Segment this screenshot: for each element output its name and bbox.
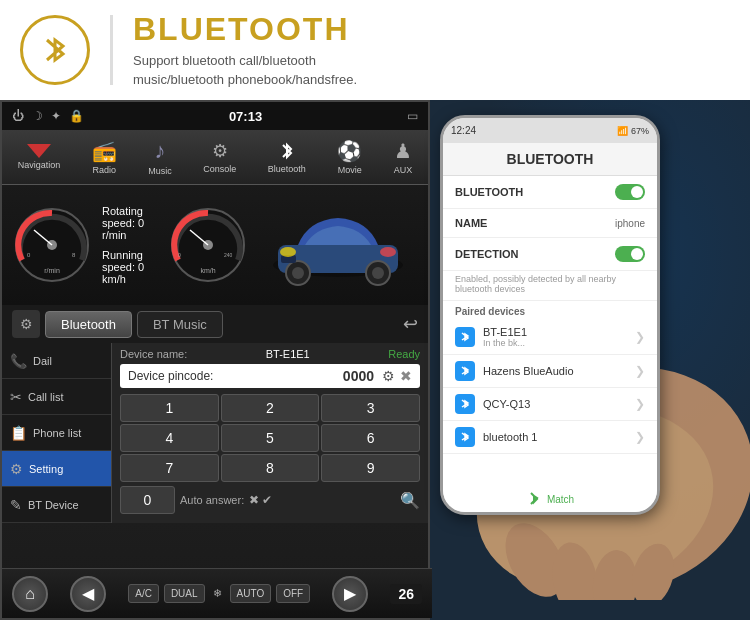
numpad-btn-5[interactable]: 5 [221, 424, 320, 452]
nav-item-console[interactable]: ⚙ Console [203, 140, 236, 174]
settings-icon-button[interactable]: ⚙ [12, 310, 40, 338]
device-arrow-hazens-icon: ❯ [635, 364, 645, 378]
car-svg [263, 200, 413, 290]
tab-back-button[interactable]: ↩ [403, 313, 418, 335]
phone-detection-row: DETECTION [443, 238, 657, 271]
phone-bottom-bar: Match [443, 491, 657, 507]
device-name-label: Device name: [120, 348, 187, 360]
nav-item-music[interactable]: ♪ Music [148, 138, 172, 176]
bt-panel: ⚙ Bluetooth BT Music ↩ 📞 Dail ✂ [2, 305, 428, 523]
bottom-bar: ⌂ ◀ A/C DUAL ❄ AUTO OFF ▶ 26 [2, 568, 432, 618]
power-icon: ⏻ [12, 109, 24, 123]
numpad-btn-0[interactable]: 0 [120, 486, 175, 514]
dual-button[interactable]: DUAL [164, 584, 205, 603]
numpad-btn-4[interactable]: 4 [120, 424, 219, 452]
numpad-btn-7[interactable]: 7 [120, 454, 219, 482]
tab-bluetooth[interactable]: Bluetooth [45, 311, 132, 338]
phone-mockup: 12:24 📶 67% BLUETOOTH BLUETOOTH NAME iph… [440, 115, 660, 515]
svg-text:240: 240 [224, 252, 233, 258]
pin-clear-icon[interactable]: ✖ [400, 368, 412, 384]
numpad-bottom-row: 0 Auto answer: ✖ ✔ 🔍 [120, 486, 420, 514]
auto-answer-toggle[interactable]: ✖ ✔ [249, 493, 272, 507]
svg-point-15 [292, 267, 304, 279]
device-icon-hazens [455, 361, 475, 381]
phone-device-bt1[interactable]: bluetooth 1 ❯ [443, 421, 657, 454]
nav-item-bluetooth[interactable]: Bluetooth [268, 140, 306, 174]
device-arrow-icon: ❯ [635, 330, 645, 344]
bluetooth-circle-icon [20, 15, 90, 85]
music-icon: ♪ [154, 138, 165, 164]
top-banner: BLUETOOTH Support bluetooth call/bluetoo… [0, 0, 750, 100]
svg-point-20 [380, 247, 396, 257]
nav-item-radio[interactable]: 📻 Radio [92, 139, 117, 175]
call-list-icon: ✂ [10, 389, 22, 405]
bluetooth-toggle[interactable] [615, 184, 645, 200]
bluetooth-nav-icon [276, 140, 298, 162]
call-list-label: Call list [28, 391, 63, 403]
car-unit: ⏻ ☽ ✦ 🔒 07:13 ▭ Navigation 📻 Radio ♪ Mu [0, 100, 430, 620]
numpad-btn-6[interactable]: 6 [321, 424, 420, 452]
numpad-btn-9[interactable]: 9 [321, 454, 420, 482]
nav-item-navigation[interactable]: Navigation [18, 144, 61, 170]
search-button[interactable]: 🔍 [400, 491, 420, 510]
phone-bluetooth-label: BLUETOOTH [455, 186, 523, 198]
off-button[interactable]: OFF [276, 584, 310, 603]
bt-device-icon: ✎ [10, 497, 22, 513]
svg-point-19 [280, 247, 296, 257]
numpad-btn-2[interactable]: 2 [221, 394, 320, 422]
bt-sidebar-list: 📞 Dail ✂ Call list 📋 Phone list ⚙ Settin… [2, 343, 428, 523]
numpad-btn-1[interactable]: 1 [120, 394, 219, 422]
status-bar: ⏻ ☽ ✦ 🔒 07:13 ▭ [2, 102, 428, 130]
sidebar-item-phone-list[interactable]: 📋 Phone list [2, 415, 111, 451]
device-name-bt1: bluetooth 1 [483, 431, 627, 443]
ac-button[interactable]: A/C [128, 584, 159, 603]
back-button[interactable]: ◀ [70, 576, 106, 612]
svg-text:0: 0 [178, 252, 181, 258]
sidebar-item-setting[interactable]: ⚙ Setting [2, 451, 111, 487]
numpad-btn-8[interactable]: 8 [221, 454, 320, 482]
pincode-value: 0000 [343, 368, 374, 384]
banner-title: BLUETOOTH [133, 11, 357, 48]
nav-label-console: Console [203, 164, 236, 174]
car-image [258, 195, 418, 295]
rotating-speed-label: Rotating speed: 0 r/min [102, 205, 158, 241]
phone-bluetooth-row: BLUETOOTH [443, 176, 657, 209]
banner-text: BLUETOOTH Support bluetooth call/bluetoo… [133, 11, 357, 88]
sidebar-item-dail[interactable]: 📞 Dail [2, 343, 111, 379]
pin-gear-icon[interactable]: ⚙ [382, 368, 395, 384]
nav-item-aux[interactable]: ♟ AUX [394, 139, 413, 175]
fan-icon: ❄ [213, 587, 222, 600]
sidebar-item-call-list[interactable]: ✂ Call list [2, 379, 111, 415]
svg-point-17 [372, 267, 384, 279]
forward-button[interactable]: ▶ [332, 576, 368, 612]
phone-top-bar: 12:24 📶 67% [443, 118, 657, 143]
nav-item-movie[interactable]: ⚽ Movie [337, 139, 362, 175]
device-arrow-bt1-icon: ❯ [635, 430, 645, 444]
tab-bt-music[interactable]: BT Music [137, 311, 223, 338]
detection-toggle[interactable] [615, 246, 645, 262]
phone-area: 12:24 📶 67% BLUETOOTH BLUETOOTH NAME iph… [420, 100, 750, 620]
phone-device-hazens[interactable]: Hazens BlueAudio ❯ [443, 355, 657, 388]
dashboard: r/min 0 8 Rotating speed: 0 r/min Runnin… [2, 185, 428, 305]
bt-device-label: BT Device [28, 499, 79, 511]
sidebar-item-bt-device[interactable]: ✎ BT Device [2, 487, 111, 523]
svg-text:km/h: km/h [200, 267, 215, 274]
phone-device-bt-e1e1[interactable]: BT-E1E1 In the bk... ❯ [443, 320, 657, 355]
device-icon-qcy [455, 394, 475, 414]
phone-device-qcy[interactable]: QCY-Q13 ❯ [443, 388, 657, 421]
auto-answer: Auto answer: ✖ ✔ [180, 493, 395, 507]
phone-header: BLUETOOTH [443, 143, 657, 176]
phone-bottom-bt-icon [526, 491, 542, 507]
device-info-qcy: QCY-Q13 [483, 398, 627, 410]
console-icon: ⚙ [212, 140, 228, 162]
nav-label-bluetooth: Bluetooth [268, 164, 306, 174]
running-speed-label: Running speed: 0 km/h [102, 249, 158, 285]
auto-button[interactable]: AUTO [230, 584, 272, 603]
nav-label-aux: AUX [394, 165, 413, 175]
numpad: 1 2 3 4 5 6 7 8 9 [120, 394, 420, 482]
phone-screen: BLUETOOTH BLUETOOTH NAME iphone DETECTIO… [443, 143, 657, 512]
nav-menu: Navigation 📻 Radio ♪ Music ⚙ Console Blu… [2, 130, 428, 185]
numpad-btn-3[interactable]: 3 [321, 394, 420, 422]
home-button[interactable]: ⌂ [12, 576, 48, 612]
phone-list-label: Phone list [33, 427, 81, 439]
